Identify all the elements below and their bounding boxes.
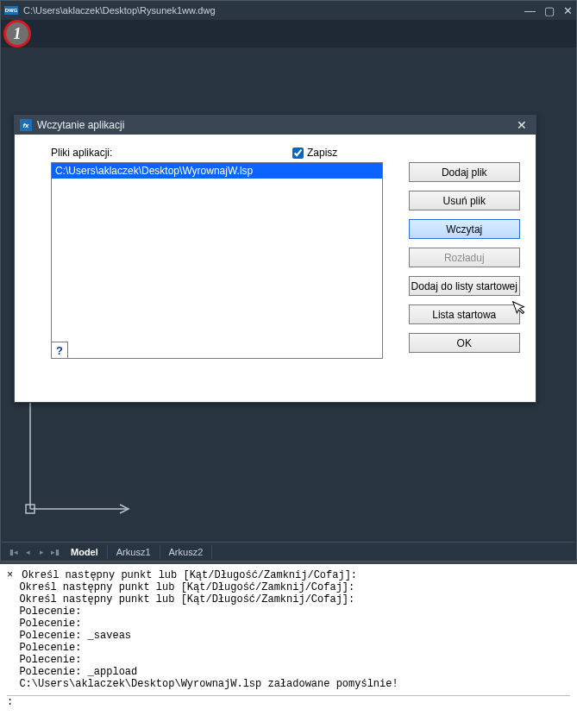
- dialog-close-button[interactable]: ✕: [513, 118, 530, 132]
- toolbar: 1: [1, 20, 576, 47]
- ok-button[interactable]: OK: [409, 333, 521, 353]
- minimize-button[interactable]: —: [524, 4, 536, 17]
- remove-file-button[interactable]: Usuń plik: [409, 191, 521, 210]
- app-icon: DWG: [4, 6, 18, 15]
- files-label: Pliki aplikacji:: [51, 147, 292, 159]
- dialog-title: Wczytanie aplikacji: [37, 119, 124, 131]
- tab-arkusz2[interactable]: Arkusz2: [160, 545, 213, 559]
- files-listbox[interactable]: C:\Users\aklaczek\Desktop\WyrownajW.lsp: [51, 162, 383, 359]
- add-to-startlist-button[interactable]: Dodaj do listy startowej: [409, 276, 521, 296]
- tab-nav-next[interactable]: ▸: [34, 546, 48, 558]
- add-file-button[interactable]: Dodaj plik: [409, 162, 521, 182]
- list-item[interactable]: C:\Users\aklaczek\Desktop\WyrownajW.lsp: [52, 163, 382, 179]
- layout-tabs: ▮◂ ◂ ▸ ▸▮ Model Arkusz1 Arkusz2: [2, 542, 575, 561]
- save-checkbox[interactable]: [292, 147, 304, 159]
- command-window[interactable]: × Określ następny punkt lub [Kąt/Długość…: [0, 562, 577, 728]
- tab-nav-prev[interactable]: ◂: [21, 546, 34, 558]
- cmd-line: Polecenie:: [19, 654, 81, 666]
- command-prompt[interactable]: :: [7, 696, 13, 708]
- load-application-dialog: fx Wczytanie aplikacji ✕ Pliki aplikacji…: [14, 115, 536, 403]
- main-window: DWG C:\Users\aklaczek\Desktop\Rysunek1ww…: [0, 0, 577, 562]
- startlist-button[interactable]: Lista startowa: [409, 304, 521, 324]
- cmd-line: C:\Users\aklaczek\Desktop\WyrownajW.lsp …: [19, 678, 398, 690]
- cmd-line: Polecenie: _saveas: [19, 630, 131, 642]
- cmd-line: Określ następny punkt lub [Kąt/Długość/Z…: [19, 581, 354, 593]
- cmd-line: Polecenie:: [19, 606, 81, 618]
- cmd-line: Określ następny punkt lub [Kąt/Długość/Z…: [22, 569, 357, 581]
- load-button[interactable]: Wczytaj: [409, 219, 521, 239]
- help-button[interactable]: ?: [51, 342, 68, 359]
- cmd-line: Polecenie: _appload: [19, 666, 137, 678]
- cmd-line: Polecenie:: [19, 618, 81, 630]
- cmd-line: Określ następny punkt lub [Kąt/Długość/Z…: [19, 593, 354, 606]
- drawing-canvas[interactable]: Y X fx Wczytanie aplikacji ✕ Pliki aplik…: [2, 47, 575, 542]
- tab-model[interactable]: Model: [62, 545, 108, 559]
- close-button[interactable]: ✕: [563, 4, 573, 17]
- tab-nav-first[interactable]: ▮◂: [7, 546, 21, 558]
- dialog-titlebar[interactable]: fx Wczytanie aplikacji ✕: [15, 116, 536, 135]
- maximize-button[interactable]: ▢: [544, 4, 555, 17]
- tab-arkusz1[interactable]: Arkusz1: [108, 545, 160, 559]
- window-title: C:\Users\aklaczek\Desktop\Rysunek1ww.dwg: [23, 5, 216, 16]
- dialog-icon: fx: [20, 119, 32, 131]
- titlebar: DWG C:\Users\aklaczek\Desktop\Rysunek1ww…: [1, 1, 576, 20]
- unload-button: Rozładuj: [409, 248, 521, 267]
- save-checkbox-wrap[interactable]: Zapisz: [292, 147, 337, 159]
- save-checkbox-label: Zapisz: [307, 147, 337, 159]
- annotation-marker: 1: [3, 20, 31, 47]
- tab-nav-last[interactable]: ▸▮: [48, 546, 62, 558]
- cmd-line: Polecenie:: [19, 642, 81, 654]
